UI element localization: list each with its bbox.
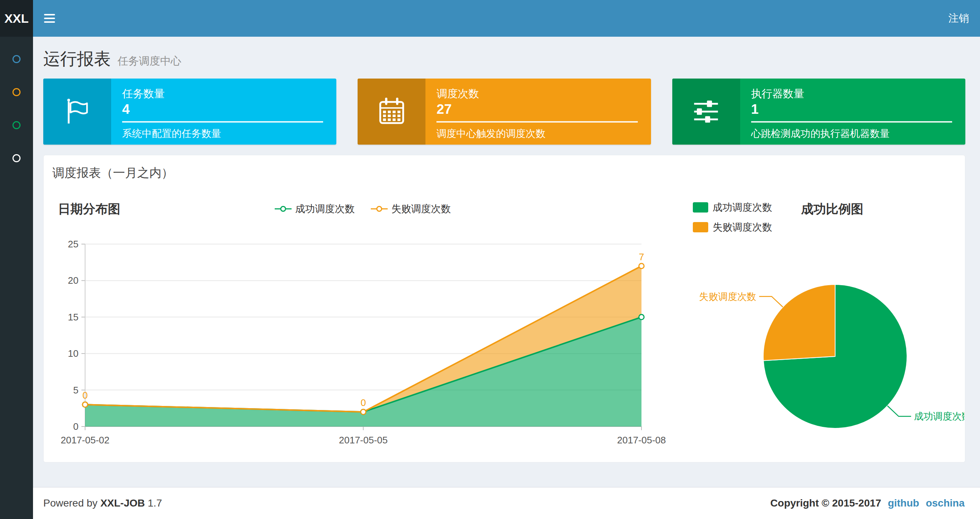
sidebar-item-menu-4[interactable] (13, 154, 21, 162)
brand: XXL-JOB (100, 497, 145, 509)
svg-text:25: 25 (68, 239, 78, 249)
svg-text:15: 15 (68, 311, 78, 323)
svg-text:成功调度次数: 成功调度次数 (914, 411, 964, 422)
info-box-title: 执行器数量 (751, 86, 952, 101)
footer: Powered by XXL-JOB 1.7 Copyright © 2015-… (33, 487, 980, 519)
logo[interactable]: XXL (0, 0, 33, 37)
legend-swatch-icon (693, 222, 708, 232)
info-box-value: 1 (751, 101, 952, 118)
legend-item-success[interactable]: 成功调度次数 (275, 202, 355, 216)
svg-text:0: 0 (83, 390, 88, 401)
svg-text:0: 0 (361, 397, 366, 408)
page-header: 运行报表 任务调度中心 (33, 37, 980, 78)
info-box-desc: 调度中心触发的调度次数 (436, 127, 638, 140)
svg-text:失败调度次数: 失败调度次数 (699, 291, 756, 302)
date-distribution-chart[interactable]: 05101520252017-05-022017-05-052017-05-08… (51, 236, 667, 456)
version: 1.7 (148, 497, 162, 509)
svg-text:2017-05-08: 2017-05-08 (617, 434, 666, 446)
line-legend-marker-icon (275, 206, 291, 212)
panel-title: 调度报表（一月之内） (52, 165, 173, 181)
hamburger-icon (44, 14, 55, 15)
line-chart-title: 日期分布图 (58, 201, 120, 218)
oschina-link[interactable]: oschina (926, 497, 965, 509)
github-link[interactable]: github (888, 497, 920, 509)
sidebar-toggle-button[interactable] (33, 0, 66, 37)
legend-swatch-icon (693, 202, 708, 212)
divider (436, 121, 638, 123)
pie-chart-title: 成功比例图 (801, 201, 863, 218)
info-box-jobs: 任务数量 4 系统中配置的任务数量 (43, 78, 336, 145)
success-ratio-pie-chart[interactable]: 成功调度次数失败调度次数 (682, 273, 964, 460)
pie-legend-item-fail[interactable]: 失败调度次数 (693, 220, 772, 234)
svg-text:10: 10 (68, 348, 78, 359)
info-box-value: 27 (436, 101, 638, 118)
svg-text:2017-05-05: 2017-05-05 (339, 434, 388, 446)
report-panel: 调度报表（一月之内） 日期分布图 成功调度次数 失败调度次数 051015202… (43, 155, 965, 463)
stats-row: 任务数量 4 系统中配置的任务数量 (33, 78, 980, 145)
info-box-title: 调度次数 (436, 86, 638, 101)
page-subtitle: 任务调度中心 (118, 55, 181, 67)
copyright: Copyright © 2015-2017 (770, 497, 881, 509)
svg-text:20: 20 (68, 275, 78, 286)
sidebar-item-menu-1[interactable] (13, 55, 21, 63)
navbar-spacer (66, 0, 937, 37)
pie-chart-legend: 成功调度次数 失败调度次数 (693, 201, 772, 234)
sliders-icon (672, 78, 740, 145)
info-box-value: 4 (122, 101, 323, 118)
powered-by: Powered by XXL-JOB 1.7 (43, 497, 162, 509)
top-navbar: XXL 注销 (0, 0, 980, 37)
legend-item-fail[interactable]: 失败调度次数 (371, 202, 451, 216)
info-box-executors: 执行器数量 1 心跳检测成功的执行器机器数量 (672, 78, 965, 145)
pie-legend-item-success[interactable]: 成功调度次数 (693, 201, 772, 214)
content: 运行报表 任务调度中心 任务数量 4 系统中配置的任务数量 (33, 37, 980, 463)
svg-text:7: 7 (639, 251, 644, 262)
svg-text:5: 5 (73, 385, 78, 396)
svg-text:2017-05-02: 2017-05-02 (61, 434, 110, 446)
info-box-title: 任务数量 (122, 86, 323, 101)
page-title: 运行报表 (43, 49, 111, 68)
svg-text:0: 0 (73, 421, 78, 432)
sidebar-item-menu-2[interactable] (13, 88, 21, 96)
divider (751, 121, 952, 123)
logout-link[interactable]: 注销 (937, 0, 980, 37)
info-box-desc: 系统中配置的任务数量 (122, 127, 323, 140)
info-box-triggers: 调度次数 27 调度中心触发的调度次数 (358, 78, 651, 145)
flag-icon (43, 78, 111, 145)
info-box-desc: 心跳检测成功的执行器机器数量 (751, 127, 952, 140)
divider (122, 121, 323, 123)
calendar-icon (358, 78, 425, 145)
sidebar (0, 37, 33, 519)
sidebar-item-menu-3[interactable] (13, 121, 21, 129)
line-legend-marker-icon (371, 206, 388, 212)
line-chart-legend: 成功调度次数 失败调度次数 (275, 202, 451, 216)
